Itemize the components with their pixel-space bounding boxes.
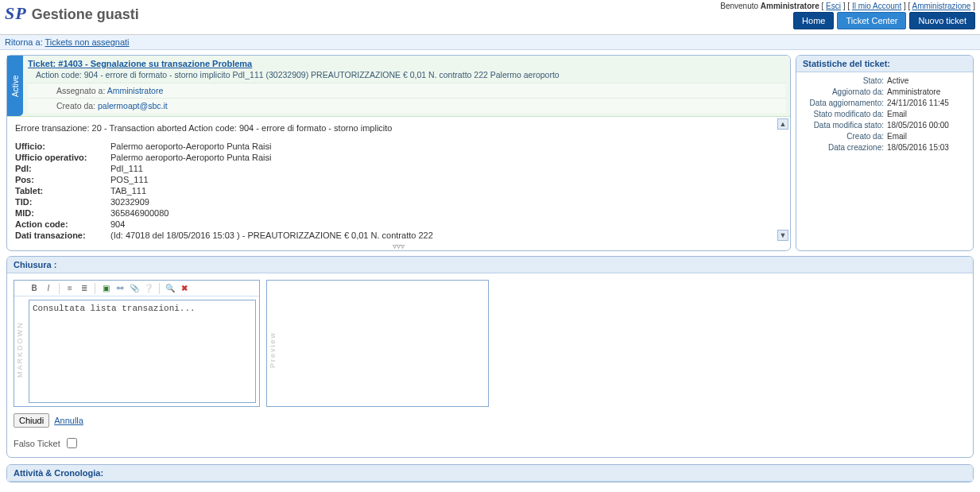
stats-value: 18/05/2016 15:03 xyxy=(887,142,968,153)
detail-key: TID: xyxy=(15,196,110,207)
detail-key: Action code: xyxy=(15,219,110,230)
ticket-body: ▲ ▼ Errore transazione: 20 - Transaction… xyxy=(7,117,790,242)
stats-row: Creato da:Email xyxy=(801,131,968,142)
detail-value: Palermo aeroporto-Aeroporto Punta Raisi xyxy=(110,152,782,163)
detail-row: Pos:POS_111 xyxy=(15,174,782,185)
admin-link[interactable]: Amministrazione xyxy=(912,2,971,10)
detail-value: 30232909 xyxy=(110,196,782,207)
list-ordered-icon[interactable]: ≡ xyxy=(64,283,76,294)
image-icon[interactable]: ▣ xyxy=(100,283,111,294)
italic-icon[interactable]: I xyxy=(43,283,54,294)
scroll-up-icon[interactable]: ▲ xyxy=(777,118,788,130)
nav-buttons: Home Ticket Center Nuovo ticket xyxy=(793,12,975,29)
search-icon[interactable]: 🔍 xyxy=(165,283,176,294)
stats-row: Aggiornato da:Amministratore xyxy=(801,87,968,98)
stats-value: 18/05/2016 00:00 xyxy=(887,120,968,131)
detail-row: MID:365846900080 xyxy=(15,207,782,219)
stats-key: Creato da: xyxy=(801,131,887,142)
stats-row: Stato:Active xyxy=(801,76,968,87)
expand-handle-icon[interactable]: ▿▿▿ xyxy=(7,242,790,250)
welcome-user: Amministratore xyxy=(761,2,819,10)
assigned-row: Assegnato a: Amministratore xyxy=(28,83,785,98)
attachment-icon[interactable]: 📎 xyxy=(129,283,140,294)
stats-row: Data aggiornamento:24/11/2016 11:45 xyxy=(801,98,968,109)
stats-title: Statistiche del ticket: xyxy=(796,56,973,72)
detail-key: MID: xyxy=(15,207,110,219)
activity-panel: Attività & Cronologia: xyxy=(6,464,974,482)
detail-table: Ufficio:Palermo aeroporto-Aeroporto Punt… xyxy=(15,141,782,241)
toolbar-sep xyxy=(159,283,160,294)
stats-row: Stato modificato da:Email xyxy=(801,109,968,120)
welcome-line: Benvenuto Amministratore [ Esci ] [ Il m… xyxy=(720,2,975,10)
delete-icon[interactable]: ✖ xyxy=(179,283,190,294)
brand: SP Gestione guasti xyxy=(5,2,139,24)
detail-row: Action code:904 xyxy=(15,219,782,230)
ticket-action-code: Action code: 904 - errore di formato - s… xyxy=(28,68,785,83)
link-icon[interactable]: ⚯ xyxy=(114,283,126,294)
list-unordered-icon[interactable]: ≣ xyxy=(79,283,90,294)
logout-link[interactable]: Esci xyxy=(826,2,841,10)
detail-row: PdI:PdI_111 xyxy=(15,163,782,174)
editor-toolbar: B I ≡ ≣ ▣ ⚯ 📎 ❔ 🔍 ✖ xyxy=(14,281,259,296)
nav-ticket-center[interactable]: Ticket Center xyxy=(837,12,906,29)
stats-value: Email xyxy=(887,109,968,120)
breadcrumb-link[interactable]: Tickets non assegnati xyxy=(45,37,130,47)
my-account-link[interactable]: Il mio Account xyxy=(852,2,901,10)
stats-value: Active xyxy=(887,76,968,87)
assigned-value[interactable]: Amministratore xyxy=(107,86,164,95)
detail-row: TID:30232909 xyxy=(15,196,782,207)
close-button[interactable]: Chiudi xyxy=(14,413,49,428)
detail-key: Pos: xyxy=(15,174,110,185)
nav-home[interactable]: Home xyxy=(793,12,834,29)
stats-key: Stato: xyxy=(801,76,887,87)
preview-box: Preview xyxy=(266,280,489,407)
ticket-title-link[interactable]: Ticket: #1403 - Segnalazione su transazi… xyxy=(28,59,252,68)
stats-row: Data creazione:18/05/2016 15:03 xyxy=(801,142,968,153)
top-right: Benvenuto Amministratore [ Esci ] [ Il m… xyxy=(720,2,975,29)
detail-key: Tablet: xyxy=(15,185,110,196)
nav-new-ticket[interactable]: Nuovo ticket xyxy=(909,12,975,29)
editor-box: MARKDOWN B I ≡ ≣ ▣ ⚯ 📎 ❔ 🔍 ✖ xyxy=(14,280,260,407)
help-icon[interactable]: ❔ xyxy=(143,283,154,294)
stats-panel: Statistiche del ticket: Stato:ActiveAggi… xyxy=(796,55,974,251)
assigned-label: Assegnato a: xyxy=(56,86,105,95)
detail-row: Tablet:TAB_111 xyxy=(15,185,782,196)
bold-icon[interactable]: B xyxy=(29,283,40,294)
error-line: Errore transazione: 20 - Transaction abo… xyxy=(15,123,782,133)
detail-key: Ufficio operativo: xyxy=(15,152,110,163)
scroll-down-icon[interactable]: ▼ xyxy=(777,230,788,241)
detail-value: 904 xyxy=(110,219,782,230)
toolbar-sep xyxy=(59,283,60,294)
status-tab[interactable]: Active xyxy=(7,56,23,116)
stats-row: Data modifica stato:18/05/2016 00:00 xyxy=(801,120,968,131)
ticket-panel: Active Ticket: #1403 - Segnalazione su t… xyxy=(6,55,791,251)
breadcrumb-label: Ritorna a: xyxy=(5,37,43,47)
logo: SP xyxy=(5,3,27,24)
detail-row: Ufficio:Palermo aeroporto-Aeroporto Punt… xyxy=(15,141,782,152)
closure-panel: Chiusura : MARKDOWN B I ≡ ≣ ▣ ⚯ 📎 ❔ xyxy=(6,256,974,458)
detail-key: PdI: xyxy=(15,163,110,174)
detail-value: 365846900080 xyxy=(110,207,782,219)
detail-key: Ufficio: xyxy=(15,141,110,152)
cancel-link[interactable]: Annulla xyxy=(54,416,83,425)
stats-key: Data modifica stato: xyxy=(801,120,887,131)
breadcrumb: Ritorna a: Tickets non assegnati xyxy=(0,35,980,50)
detail-value: (Id: 47018 del 18/05/2016 15:03 ) - PREA… xyxy=(110,230,782,241)
falso-ticket-label: Falso Ticket xyxy=(14,439,60,448)
detail-value: Palermo aeroporto-Aeroporto Punta Raisi xyxy=(110,141,782,152)
detail-row: Ufficio operativo:Palermo aeroporto-Aero… xyxy=(15,152,782,163)
closure-title: Chiusura : xyxy=(7,257,973,273)
created-label: Creato da: xyxy=(56,101,95,110)
closure-textarea[interactable] xyxy=(29,300,256,403)
stats-value: Email xyxy=(887,131,968,142)
stats-value: Amministratore xyxy=(887,87,968,98)
falso-ticket-checkbox[interactable] xyxy=(67,438,77,448)
detail-row: Dati transazione:(Id: 47018 del 18/05/20… xyxy=(15,230,782,241)
created-value[interactable]: palermoapt@sbc.it xyxy=(98,101,168,110)
detail-value: POS_111 xyxy=(110,174,782,185)
stats-body: Stato:ActiveAggiornato da:Amministratore… xyxy=(796,72,973,157)
welcome-prefix: Benvenuto xyxy=(720,2,758,10)
top-bar: SP Gestione guasti Benvenuto Amministrat… xyxy=(0,0,980,35)
app-title: Gestione guasti xyxy=(32,6,139,23)
stats-value: 24/11/2016 11:45 xyxy=(887,98,968,109)
